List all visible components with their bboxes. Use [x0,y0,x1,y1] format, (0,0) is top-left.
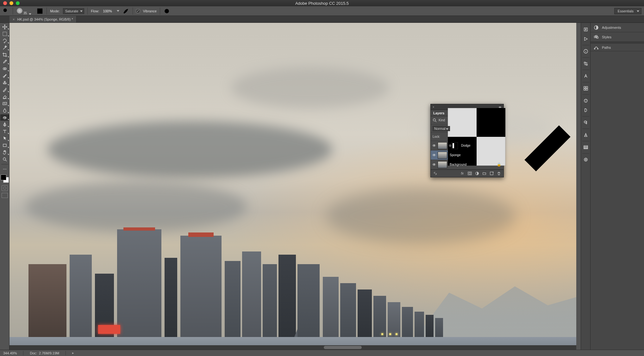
properties-panel-icon[interactable] [581,59,590,68]
brush-panel-toggle[interactable] [36,8,43,15]
close-tab-icon[interactable]: × [13,17,15,21]
lasso-tool[interactable] [0,38,9,44]
layer-name[interactable]: Sponge [448,153,502,157]
eyedropper-tool[interactable] [0,59,9,65]
hand-tool[interactable] [0,149,9,156]
visibility-toggle[interactable]: 👁 [431,153,438,157]
layer-thumbnail[interactable] [438,161,447,168]
vertical-scrollbar[interactable] [576,23,581,350]
chevron-down-icon [637,10,639,12]
paths-panel-tab[interactable]: Paths [591,42,644,51]
layer-list: 👁 ⧉ Dodge 👁 Sponge 👁 Background 🔒 [431,141,503,169]
layer-style-icon[interactable]: fx [460,171,465,175]
window-controls [0,1,20,5]
close-window-button[interactable] [3,1,7,5]
minimize-window-button[interactable] [9,1,13,5]
vibrance-checkbox[interactable] [136,9,140,13]
svg-point-39 [584,99,587,102]
layers-panel-icon[interactable] [581,143,590,152]
crop-tool[interactable] [0,52,9,58]
blur-tool[interactable] [0,107,9,114]
paragraph-panel-icon[interactable] [581,118,590,127]
visibility-toggle[interactable]: 👁 [431,162,438,167]
actions-panel-icon[interactable] [581,34,590,44]
visibility-toggle[interactable]: 👁 [431,143,438,148]
mask-link-icon[interactable]: ⧉ [448,144,452,148]
libraries-panel-icon[interactable] [581,105,590,115]
new-group-icon[interactable] [482,171,486,175]
layer-thumbnail[interactable] [438,142,447,149]
svg-rect-2 [38,9,42,11]
layer-mask-thumbnail[interactable] [452,142,458,149]
color-panel-icon[interactable] [581,96,590,105]
svg-point-41 [586,100,587,100]
channels-panel-icon[interactable] [581,155,590,164]
separator [1,164,8,164]
gradient-tool[interactable] [0,100,9,107]
paths-label: Paths [602,46,611,49]
character-panel-icon[interactable] [581,71,590,81]
mode-select[interactable]: Saturate [63,8,84,14]
horizontal-scrollbar[interactable] [9,345,581,350]
rectangle-tool[interactable] [0,142,9,149]
document-tab[interactable]: × HK.psd @ 344% (Sponge, RGB/8) * [9,16,77,22]
svg-rect-45 [584,148,588,149]
svg-text:fx: fx [461,172,464,175]
move-tool[interactable] [0,24,9,30]
svg-point-11 [5,117,5,118]
tablet-pressure-toggle[interactable] [163,8,170,15]
glyphs-panel-icon[interactable] [581,130,590,140]
brush-preset-picker[interactable]: 35 [16,7,33,15]
history-panel-icon[interactable] [581,25,590,34]
flow-label: Flow: [91,9,99,13]
airbrush-toggle[interactable] [122,8,129,15]
path-selection-tool[interactable] [0,135,9,142]
maximize-window-button[interactable] [16,1,20,5]
layer-mask-icon[interactable] [468,171,472,175]
styles-panel-tab[interactable]: Styles [591,32,644,42]
type-tool[interactable] [0,128,9,135]
adjustment-layer-icon[interactable] [475,171,479,175]
marquee-tool[interactable] [0,31,9,37]
swatches-panel-icon[interactable] [581,84,590,93]
clone-stamp-tool[interactable] [0,79,9,86]
zoom-tool[interactable] [0,156,9,162]
adjustments-panel-tab[interactable]: Adjustments [591,23,644,32]
layer-name[interactable]: Background [448,163,497,166]
svg-point-3 [123,12,125,13]
info-panel-icon[interactable] [581,47,590,56]
layer-name[interactable]: Dodge [460,144,502,147]
edit-toolbar-button[interactable]: ⋯ [0,166,9,172]
healing-brush-tool[interactable] [0,66,9,72]
separator [13,8,13,15]
layer-thumbnail[interactable] [438,152,447,159]
screen-mode-button[interactable] [2,193,8,198]
history-brush-tool[interactable] [0,86,9,93]
eraser-tool[interactable] [0,93,9,100]
foreground-color-swatch[interactable] [1,175,6,180]
layers-panel[interactable]: × ◂▸ Layers ≡ Kind Norma [430,104,504,177]
quick-mask-toggle[interactable] [2,185,8,191]
delete-layer-icon[interactable] [497,171,501,175]
scrollbar-thumb[interactable] [324,346,362,349]
magic-wand-tool[interactable] [0,45,9,51]
tool-preset-picker[interactable] [3,8,9,15]
new-layer-icon[interactable] [490,171,494,175]
link-layers-icon[interactable] [433,171,437,175]
brush-tool[interactable] [0,73,9,79]
blend-mode-select[interactable]: Normal [433,126,450,131]
chevron-down-icon[interactable] [117,10,119,12]
workspace-switcher[interactable]: Essentials [614,8,641,14]
status-menu-arrow[interactable]: ▸ [72,351,74,355]
lock-pixels-icon[interactable] [513,102,581,171]
pen-tool[interactable] [0,121,9,128]
lock-transparency-icon[interactable] [442,102,511,171]
zoom-level[interactable]: 344.49% [3,351,17,355]
svg-rect-35 [584,86,585,88]
canvas-area[interactable]: × ◂▸ Layers ≡ Kind Norma [9,23,581,350]
close-panel-icon[interactable]: × [433,105,434,109]
color-swatches[interactable] [1,175,9,183]
document-canvas[interactable] [9,23,581,350]
sponge-tool[interactable] [0,114,9,121]
flow-value[interactable]: 100% [103,9,113,13]
